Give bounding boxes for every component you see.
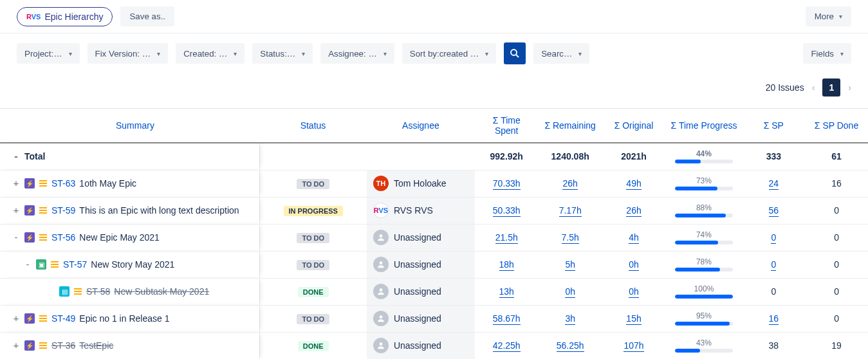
status-badge: TO DO <box>297 260 329 270</box>
svg-rect-4 <box>39 185 47 187</box>
remaining-link[interactable]: 26h <box>562 178 577 190</box>
header-assignee[interactable]: Assignee <box>367 109 475 143</box>
header-sp[interactable]: Σ SP <box>743 109 805 143</box>
remaining-link[interactable]: 3h <box>565 313 575 325</box>
search-dropdown[interactable]: Searc…▾ <box>533 43 589 64</box>
priority-icon <box>39 341 48 350</box>
project-filter[interactable]: Project:…▾ <box>17 43 80 64</box>
svg-rect-12 <box>51 264 59 265</box>
spdone-value: 16 <box>831 178 842 189</box>
issue-summary: This is an Epic with long text descripti… <box>79 205 239 216</box>
sp-link[interactable]: 56 <box>769 205 779 217</box>
timespent-link[interactable]: 42.25h <box>493 340 521 352</box>
assignee-name: RVS RVS <box>394 205 433 216</box>
expander-icon[interactable]: + <box>12 205 21 216</box>
sp-link[interactable]: 24 <box>769 178 779 190</box>
sp-link[interactable]: 0 <box>771 232 776 244</box>
remaining-link[interactable]: 56.25h <box>557 340 584 352</box>
totals-spdone: 61 <box>805 143 868 170</box>
svg-rect-5 <box>39 210 47 211</box>
progress-bar: 73% <box>670 176 737 190</box>
avatar <box>373 338 389 353</box>
timespent-link[interactable]: 58.67h <box>493 313 521 325</box>
search-button[interactable] <box>504 42 526 64</box>
expander-icon[interactable]: + <box>12 178 21 189</box>
table-row: + ⚡ ST-49 Epic no 1 in Release 1 TO DO U… <box>0 305 868 332</box>
chevron-down-icon: ▾ <box>157 50 160 57</box>
issue-key-link[interactable]: ST-63 <box>51 178 75 189</box>
table-row: + ⚡ ST-59 This is an Epic with long text… <box>0 197 868 224</box>
table-row: ▤ ST-58 New Subtask May 2021 DONE Unassi… <box>0 278 868 305</box>
page-next[interactable]: › <box>848 82 851 93</box>
original-link[interactable]: 15h <box>626 313 641 325</box>
timespent-link[interactable]: 70.33h <box>493 178 521 190</box>
sp-link[interactable]: 16 <box>769 313 779 325</box>
remaining-link[interactable]: 5h <box>565 259 575 271</box>
original-link[interactable]: 0h <box>629 286 639 298</box>
spdone-value: 0 <box>834 232 839 243</box>
timespent-link[interactable]: 50.33h <box>493 205 521 217</box>
original-link[interactable]: 26h <box>626 205 641 217</box>
remaining-link[interactable]: 7.5h <box>562 232 579 244</box>
issue-key-link[interactable]: ST-58 <box>86 286 110 297</box>
svg-rect-16 <box>74 291 82 292</box>
epic-hierarchy-pill[interactable]: RVS Epic Hierarchy <box>17 7 113 26</box>
spdone-value: 19 <box>831 340 842 351</box>
svg-rect-7 <box>39 212 47 214</box>
timespent-link[interactable]: 13h <box>499 286 514 298</box>
svg-point-15 <box>380 261 383 264</box>
issue-key-link[interactable]: ST-36 <box>51 340 75 351</box>
original-link[interactable]: 4h <box>629 232 639 244</box>
issue-key-link[interactable]: ST-59 <box>51 205 75 216</box>
status-badge: TO DO <box>297 314 329 324</box>
original-link[interactable]: 0h <box>629 259 639 271</box>
sp-link[interactable]: 0 <box>771 259 776 271</box>
header-timespent[interactable]: Σ Time Spent <box>475 109 539 143</box>
expander-icon[interactable]: - <box>23 259 32 270</box>
priority-icon <box>39 206 48 215</box>
timespent-link[interactable]: 18h <box>499 259 514 271</box>
totals-timespent: 992.92h <box>475 143 539 170</box>
expander-icon[interactable]: - <box>12 232 21 243</box>
table-row: + ⚡ ST-36 TestEpic DONE Unassigned 42.25… <box>0 332 868 359</box>
original-link[interactable]: 49h <box>626 178 641 190</box>
collapse-icon[interactable]: - <box>12 151 21 161</box>
header-progress[interactable]: Σ Time Progress <box>665 109 742 143</box>
top-toolbar: RVS Epic Hierarchy Save as.. More ▾ <box>0 0 868 33</box>
fixversion-filter[interactable]: Fix Version: …▾ <box>88 43 169 64</box>
issue-key-link[interactable]: ST-49 <box>51 313 75 324</box>
story-icon: ▣ <box>36 259 46 270</box>
issues-table: Summary Status Assignee Σ Time Spent Σ R… <box>0 108 868 359</box>
issue-key-link[interactable]: ST-57 <box>63 259 87 270</box>
page-prev[interactable]: ‹ <box>812 82 815 93</box>
expander-icon[interactable]: + <box>12 340 21 351</box>
header-original[interactable]: Σ Original <box>602 109 665 143</box>
more-button[interactable]: More ▾ <box>806 6 851 26</box>
status-filter[interactable]: Status:…▾ <box>252 43 313 64</box>
header-remaining[interactable]: Σ Remaining <box>539 109 602 143</box>
remaining-link[interactable]: 7.17h <box>559 205 582 217</box>
remaining-link[interactable]: 0h <box>565 286 575 298</box>
header-spdone[interactable]: Σ SP Done <box>805 109 868 143</box>
issue-key-link[interactable]: ST-56 <box>51 232 75 243</box>
totals-sp: 333 <box>743 143 805 170</box>
assignee-name: Unassigned <box>394 286 441 297</box>
timespent-link[interactable]: 21.5h <box>495 232 518 244</box>
svg-point-0 <box>511 50 517 55</box>
fields-button[interactable]: Fields▾ <box>803 43 851 64</box>
header-summary[interactable]: Summary <box>0 109 259 143</box>
svg-rect-6 <box>39 207 47 208</box>
assignee-filter[interactable]: Assignee: …▾ <box>320 43 394 64</box>
save-as-button[interactable]: Save as.. <box>120 6 174 26</box>
page-current[interactable]: 1 <box>822 78 840 97</box>
chevron-down-icon: ▾ <box>839 13 842 20</box>
sortby-filter[interactable]: Sort by:created …▾ <box>402 43 496 64</box>
svg-rect-10 <box>39 239 47 241</box>
original-link[interactable]: 107h <box>623 340 643 352</box>
expander-icon[interactable]: + <box>12 313 21 324</box>
header-status[interactable]: Status <box>259 109 367 143</box>
issue-summary: New Story May 2021 <box>91 259 174 270</box>
avatar <box>373 257 389 272</box>
created-filter[interactable]: Created: …▾ <box>176 43 245 64</box>
svg-point-11 <box>380 234 383 237</box>
